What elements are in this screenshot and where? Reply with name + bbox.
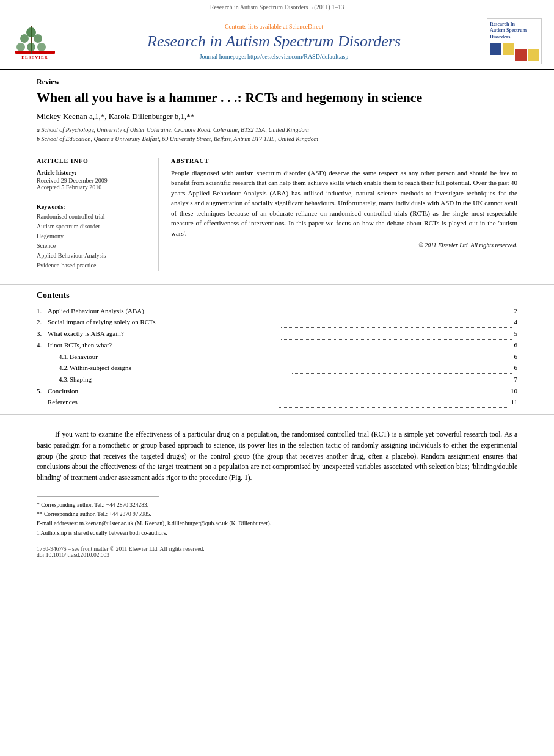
- toc-item[interactable]: 1.Applied Behaviour Analysis (ABA)2: [37, 305, 517, 317]
- footnotes-divider: [37, 496, 159, 497]
- toc-page: 5: [514, 328, 518, 340]
- toc-dots: [281, 322, 512, 328]
- toc-label: Behaviour: [70, 351, 290, 363]
- toc-page: 10: [511, 385, 517, 397]
- toc-page: 6: [514, 362, 518, 374]
- toc-item[interactable]: 4.3.Shaping7: [37, 374, 517, 385]
- toc-page: 4: [514, 316, 518, 328]
- homepage-url[interactable]: http://ees.elsevier.com/RASD/default.asp: [247, 53, 348, 60]
- toc-num: 5.: [37, 385, 48, 397]
- svg-text:ELSEVIER: ELSEVIER: [21, 55, 48, 60]
- toc-label: Social impact of relying solely on RCTs: [48, 316, 279, 328]
- svg-point-6: [37, 43, 46, 51]
- svg-point-4: [34, 34, 42, 43]
- svg-point-3: [20, 34, 29, 43]
- page: Research in Autism Spectrum Disorders 5 …: [0, 0, 554, 756]
- journal-header-center: Contents lists available at ScienceDirec…: [61, 23, 487, 60]
- keyword-item: Evidence-based practice: [37, 261, 149, 271]
- toc-label: What exactly is ABA again?: [48, 328, 279, 340]
- toc-num: 4.: [37, 340, 48, 351]
- sciencedirect-name[interactable]: ScienceDirect: [289, 23, 323, 30]
- toc-item[interactable]: 3.What exactly is ABA again?5: [37, 328, 517, 340]
- toc-dots: [281, 346, 512, 351]
- toc-label: Shaping: [70, 374, 290, 385]
- abstract-col: ABSTRACT People diagnosed with autism sp…: [171, 158, 517, 271]
- keyword-item: Randomised controlled trial: [37, 212, 149, 222]
- info-divider: [37, 197, 149, 197]
- toc-page: 6: [514, 340, 518, 351]
- history-label: Article history:: [37, 169, 149, 176]
- received-date: Received 29 December 2009: [37, 177, 149, 184]
- toc-num: 2.: [37, 316, 48, 328]
- homepage-label: Journal homepage:: [200, 53, 246, 60]
- toc-page: 6: [514, 351, 518, 363]
- contents-title: Contents: [37, 291, 517, 300]
- bottom-bar: 1750-9467/$ – see front matter © 2011 El…: [0, 542, 554, 562]
- svg-point-7: [27, 43, 35, 51]
- doi-text: doi:10.1016/j.rasd.2010.02.003: [37, 552, 517, 558]
- affiliation-b: b School of Education, Queen's Universit…: [37, 134, 517, 144]
- toc-num: 1.: [37, 305, 48, 317]
- toc-page: 11: [511, 396, 517, 408]
- toc-list: 1.Applied Behaviour Analysis (ABA)22.Soc…: [37, 305, 517, 408]
- elsevier-logo: ELSEVIER: [12, 20, 61, 62]
- article-info-heading: ARTICLE INFO: [37, 158, 149, 164]
- toc-item[interactable]: References11: [37, 396, 517, 408]
- toc-label: Within-subject designs: [70, 362, 290, 374]
- contents-available-text: Contents lists available at: [225, 23, 287, 30]
- footnote-1: * Corresponding author. Tel.: +44 2870 3…: [37, 501, 517, 510]
- right-logo: Research In Autism Spectrum Disorders: [487, 18, 542, 64]
- toc-dots: [279, 391, 508, 396]
- article-type: Review: [37, 78, 517, 87]
- body-paragraph: If you want to examine the effectiveness…: [37, 431, 517, 481]
- toc-dots: [279, 402, 508, 408]
- toc-dots: [281, 311, 512, 317]
- keyword-item: Autism spectrum disorder: [37, 222, 149, 231]
- footnote-4: 1 Authorship is shared equally between b…: [37, 529, 517, 538]
- toc-page: 7: [514, 374, 518, 385]
- toc-dots: [281, 334, 512, 340]
- journal-header: ELSEVIER Contents lists available at Sci…: [0, 13, 554, 70]
- keyword-item: Hegemony: [37, 231, 149, 241]
- elsevier-tree-svg: ELSEVIER: [12, 20, 58, 60]
- footnote-2: ** Corresponding author. Tel.: +44 2870 …: [37, 510, 517, 519]
- journal-homepage: Journal homepage: http://ees.elsevier.co…: [61, 53, 487, 60]
- toc-dots: [292, 357, 512, 362]
- copyright-text: © 2011 Elsevier Ltd. All rights reserved…: [171, 242, 517, 249]
- toc-num: 4.1.: [59, 351, 70, 363]
- authors: Mickey Keenan a,1,*, Karola Dillenburger…: [37, 112, 517, 122]
- footnote-3: E-mail addresses: m.keenan@ulster.ac.uk …: [37, 519, 517, 528]
- toc-label: Applied Behaviour Analysis (ABA): [48, 305, 279, 317]
- journal-reference: Research in Autism Spectrum Disorders 5 …: [0, 0, 554, 13]
- authors-text: Mickey Keenan a,1,*, Karola Dillenburger…: [37, 112, 194, 121]
- toc-dots: [292, 368, 512, 374]
- keyword-item: Applied Behaviour Analysis: [37, 251, 149, 261]
- footnotes-area: * Corresponding author. Tel.: +44 2870 3…: [0, 490, 554, 542]
- toc-num: 3.: [37, 328, 48, 340]
- toc-item[interactable]: 2.Social impact of relying solely on RCT…: [37, 316, 517, 328]
- accepted-date: Accepted 5 February 2010: [37, 184, 149, 191]
- keywords-label: Keywords:: [37, 203, 149, 210]
- toc-item[interactable]: 4.If not RCTs, then what?6: [37, 340, 517, 351]
- issn-text: 1750-9467/$ – see front matter © 2011 El…: [37, 546, 517, 552]
- toc-item[interactable]: 4.1.Behaviour6: [37, 351, 517, 363]
- journal-title: Research in Autism Spectrum Disorders: [61, 32, 487, 51]
- abstract-text: People diagnosed with autism spectrum di…: [171, 168, 517, 239]
- toc-item[interactable]: 4.2.Within-subject designs6: [37, 362, 517, 374]
- toc-item[interactable]: 5.Conclusion10: [37, 385, 517, 397]
- journal-ref-text: Research in Autism Spectrum Disorders 5 …: [210, 4, 344, 10]
- two-col-section: ARTICLE INFO Article history: Received 2…: [37, 151, 517, 271]
- abstract-heading: ABSTRACT: [171, 158, 517, 164]
- content-area: Review When all you have is a hammer . .…: [0, 70, 554, 284]
- body-text: If you want to examine the effectiveness…: [0, 423, 554, 490]
- toc-num: 4.3.: [59, 374, 70, 385]
- contents-section: Contents 1.Applied Behaviour Analysis (A…: [0, 284, 554, 415]
- article-info-col: ARTICLE INFO Article history: Received 2…: [37, 158, 159, 271]
- keyword-item: Science: [37, 241, 149, 251]
- sciencedirect-link: Contents lists available at ScienceDirec…: [61, 23, 487, 30]
- toc-label: Conclusion: [48, 385, 277, 397]
- affiliations: a School of Psychology, University of Ul…: [37, 125, 517, 144]
- right-logo-title: Research In Autism Spectrum Disorders: [490, 21, 539, 40]
- toc-page: 2: [514, 305, 518, 317]
- affiliation-a: a School of Psychology, University of Ul…: [37, 125, 517, 134]
